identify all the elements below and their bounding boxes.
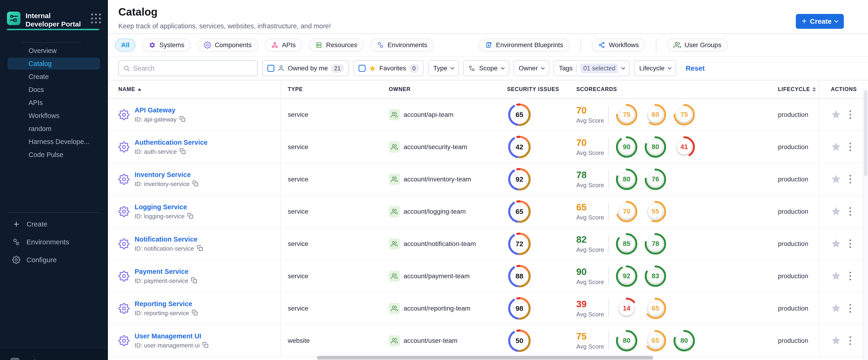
- kebab-menu-icon[interactable]: [848, 270, 852, 282]
- scorecard-ring[interactable]: 55: [645, 201, 666, 222]
- kebab-menu-icon[interactable]: [848, 109, 852, 120]
- sidebar-item-create[interactable]: +Create: [0, 215, 108, 233]
- favorite-star-icon[interactable]: [831, 271, 841, 282]
- vertical-scrollbar[interactable]: [863, 88, 868, 360]
- scope-dropdown[interactable]: Scope: [463, 60, 509, 76]
- entity-name-link[interactable]: API Gateway: [134, 107, 185, 114]
- sidebar-item-harness-develope[interactable]: Harness Develope...: [8, 136, 100, 148]
- tab-environment-blueprints[interactable]: Environment Blueprints: [478, 38, 569, 52]
- owned-by-me-checkbox[interactable]: [267, 65, 274, 72]
- column-header-lifecycle[interactable]: LIFECYCLE: [768, 80, 819, 98]
- lifecycle-dropdown[interactable]: Lifecycle: [634, 60, 676, 76]
- sidebar-item-code-pulse[interactable]: Code Pulse: [8, 149, 100, 161]
- tab-all[interactable]: All: [115, 38, 135, 52]
- copy-icon[interactable]: [180, 148, 186, 155]
- column-header-owner[interactable]: OWNER: [385, 80, 501, 98]
- owner-dropdown[interactable]: Owner: [514, 60, 549, 76]
- lifecycle-cell: production: [768, 163, 819, 195]
- sidebar-item-workflows[interactable]: Workflows: [8, 110, 100, 122]
- entity-name-link[interactable]: Reporting Service: [134, 300, 198, 308]
- kebab-menu-icon[interactable]: [848, 174, 852, 185]
- copy-icon[interactable]: [197, 245, 203, 252]
- scorecard-ring[interactable]: 70: [616, 201, 637, 222]
- column-header-actions[interactable]: ACTIONS: [819, 80, 868, 98]
- sidebar-item-overview[interactable]: Overview: [8, 44, 100, 57]
- copy-icon[interactable]: [179, 116, 185, 123]
- app-grid-icon[interactable]: [91, 13, 101, 24]
- scorecard-ring[interactable]: 80: [674, 330, 695, 352]
- favorite-star-icon[interactable]: [831, 238, 841, 249]
- avg-score: 70Avg Score: [576, 138, 608, 156]
- copy-icon[interactable]: [192, 309, 198, 317]
- copy-icon[interactable]: [203, 342, 209, 349]
- scorecard-ring[interactable]: 76: [645, 169, 666, 190]
- column-header-security-issues[interactable]: SECURITY ISSUES: [501, 80, 570, 98]
- scorecard-ring[interactable]: 90: [616, 136, 637, 158]
- favorite-star-icon[interactable]: [831, 142, 841, 153]
- scorecard-ring[interactable]: 80: [645, 136, 666, 158]
- sidebar-item-help[interactable]: ? Help: [10, 358, 39, 360]
- sidebar-item-environments[interactable]: Environments: [0, 233, 108, 251]
- tab-components[interactable]: Components: [197, 38, 258, 52]
- entity-name-link[interactable]: Logging Service: [134, 203, 193, 211]
- sidebar-item-apis[interactable]: APIs: [8, 97, 100, 109]
- create-button[interactable]: + Create: [796, 14, 844, 29]
- scorecard-ring[interactable]: 60: [645, 104, 666, 125]
- scorecard-ring[interactable]: 85: [616, 233, 637, 254]
- search-input[interactable]: [133, 65, 253, 72]
- entity-name-link[interactable]: Inventory Service: [134, 171, 198, 179]
- scorecard-ring[interactable]: 80: [616, 169, 637, 190]
- sidebar-item-docs[interactable]: Docs: [8, 84, 100, 96]
- tab-systems[interactable]: Systems: [142, 38, 191, 52]
- kebab-menu-icon[interactable]: [848, 303, 852, 314]
- tab-user-groups[interactable]: User Groups: [667, 38, 728, 52]
- scorecards-cell: 90Avg Score9283: [570, 260, 768, 292]
- tab-apis[interactable]: APIs: [265, 38, 302, 52]
- scorecard-ring[interactable]: 92: [616, 266, 637, 287]
- column-header-type[interactable]: TYPE: [281, 80, 385, 98]
- favorite-star-icon[interactable]: [831, 109, 841, 120]
- favorite-star-icon[interactable]: [831, 335, 841, 346]
- entity-name-link[interactable]: Authentication Service: [134, 139, 208, 146]
- kebab-menu-icon[interactable]: [848, 238, 852, 249]
- scorecard-ring[interactable]: 78: [645, 233, 666, 254]
- avg-score: 39Avg Score: [576, 299, 608, 318]
- kebab-menu-icon[interactable]: [848, 141, 852, 153]
- scorecard-ring[interactable]: 65: [645, 298, 666, 319]
- copy-icon[interactable]: [187, 213, 193, 220]
- favorites-filter[interactable]: Favorites 0: [353, 60, 424, 76]
- entity-name-link[interactable]: User Management UI: [134, 332, 209, 340]
- favorite-star-icon[interactable]: [831, 303, 841, 314]
- sidebar-item-random[interactable]: random: [8, 123, 100, 135]
- entity-name-link[interactable]: Notification Service: [134, 236, 203, 243]
- tags-dropdown[interactable]: Tags01 selected: [554, 60, 630, 76]
- reset-filters-link[interactable]: Reset: [686, 64, 705, 72]
- favorites-checkbox[interactable]: [359, 65, 366, 72]
- copy-icon[interactable]: [191, 277, 197, 284]
- sidebar-item-configure[interactable]: Configure: [0, 251, 108, 269]
- favorite-star-icon[interactable]: [831, 206, 841, 217]
- scorecard-ring[interactable]: 41: [674, 136, 695, 158]
- entity-name-link[interactable]: Payment Service: [134, 268, 197, 275]
- copy-icon[interactable]: [192, 180, 198, 187]
- column-header-name[interactable]: NAME: [108, 80, 281, 98]
- scorecard-ring[interactable]: 75: [616, 104, 637, 125]
- scorecard-ring[interactable]: 14: [616, 298, 637, 319]
- scorecard-ring[interactable]: 83: [645, 266, 666, 287]
- scorecard-ring[interactable]: 75: [674, 104, 695, 125]
- kebab-menu-icon[interactable]: [848, 335, 852, 346]
- tab-workflows[interactable]: Workflows: [592, 38, 645, 52]
- favorite-star-icon[interactable]: [831, 174, 841, 185]
- sidebar-item-create[interactable]: Create: [8, 70, 100, 83]
- sidebar-item-catalog[interactable]: Catalog: [8, 58, 100, 70]
- sidebar-divider-2: [8, 212, 100, 213]
- column-header-scorecards[interactable]: SCORECARDS: [570, 80, 768, 98]
- horizontal-scrollbar[interactable]: [317, 356, 653, 360]
- scorecard-ring[interactable]: 65: [645, 330, 666, 352]
- owned-by-me-filter[interactable]: Owned by me 21: [262, 60, 349, 76]
- type-dropdown[interactable]: Type: [428, 60, 459, 76]
- kebab-menu-icon[interactable]: [848, 206, 852, 217]
- scorecard-ring[interactable]: 80: [616, 330, 637, 352]
- tab-environments[interactable]: Environments: [370, 38, 434, 52]
- tab-resources[interactable]: Resources: [309, 38, 364, 52]
